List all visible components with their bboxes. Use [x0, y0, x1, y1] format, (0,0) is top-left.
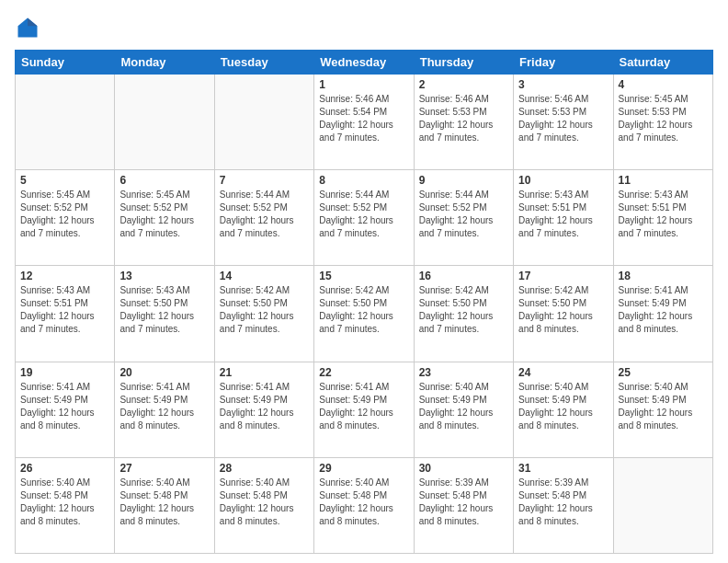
day-number: 26 [20, 462, 109, 475]
day-cell: 10Sunrise: 5:43 AMSunset: 5:51 PMDayligh… [514, 170, 613, 266]
day-info: Sunrise: 5:39 AMSunset: 5:48 PMDaylight:… [518, 477, 608, 528]
day-cell: 4Sunrise: 5:45 AMSunset: 5:53 PMDaylight… [613, 75, 712, 170]
week-row-3: 12Sunrise: 5:43 AMSunset: 5:51 PMDayligh… [16, 266, 713, 362]
day-info: Sunrise: 5:45 AMSunset: 5:52 PMDaylight:… [119, 189, 209, 240]
day-info: Sunrise: 5:42 AMSunset: 5:50 PMDaylight:… [518, 284, 608, 336]
day-cell: 3Sunrise: 5:46 AMSunset: 5:53 PMDaylight… [514, 75, 613, 170]
day-info: Sunrise: 5:41 AMSunset: 5:49 PMDaylight:… [319, 381, 408, 432]
day-info: Sunrise: 5:45 AMSunset: 5:52 PMDaylight:… [20, 189, 109, 240]
day-info: Sunrise: 5:46 AMSunset: 5:54 PMDaylight:… [319, 93, 408, 144]
day-number: 4 [619, 78, 708, 91]
day-number: 3 [518, 78, 608, 91]
day-number: 28 [220, 462, 309, 475]
day-number: 23 [419, 366, 508, 379]
week-row-5: 26Sunrise: 5:40 AMSunset: 5:48 PMDayligh… [16, 457, 713, 553]
day-cell: 17Sunrise: 5:42 AMSunset: 5:50 PMDayligh… [514, 266, 613, 362]
day-info: Sunrise: 5:42 AMSunset: 5:50 PMDaylight:… [419, 284, 508, 336]
day-info: Sunrise: 5:41 AMSunset: 5:49 PMDaylight:… [119, 381, 209, 432]
day-info: Sunrise: 5:40 AMSunset: 5:49 PMDaylight:… [518, 381, 608, 432]
day-info: Sunrise: 5:40 AMSunset: 5:48 PMDaylight:… [220, 477, 309, 528]
day-number: 19 [20, 366, 109, 379]
weekday-header-wednesday: Wednesday [314, 51, 414, 75]
day-cell: 25Sunrise: 5:40 AMSunset: 5:49 PMDayligh… [613, 362, 712, 457]
day-number: 14 [220, 270, 309, 282]
day-info: Sunrise: 5:40 AMSunset: 5:49 PMDaylight:… [619, 381, 708, 432]
week-row-4: 19Sunrise: 5:41 AMSunset: 5:49 PMDayligh… [16, 362, 713, 457]
week-row-1: 1Sunrise: 5:46 AMSunset: 5:54 PMDaylight… [16, 75, 713, 170]
day-number: 16 [419, 270, 508, 282]
day-cell: 12Sunrise: 5:43 AMSunset: 5:51 PMDayligh… [16, 266, 115, 362]
day-cell: 23Sunrise: 5:40 AMSunset: 5:49 PMDayligh… [414, 362, 513, 457]
day-cell: 7Sunrise: 5:44 AMSunset: 5:52 PMDaylight… [214, 170, 313, 266]
day-cell: 15Sunrise: 5:42 AMSunset: 5:50 PMDayligh… [314, 266, 414, 362]
day-info: Sunrise: 5:41 AMSunset: 5:49 PMDaylight:… [619, 284, 708, 336]
calendar-table: SundayMondayTuesdayWednesdayThursdayFrid… [15, 50, 713, 554]
weekday-header-thursday: Thursday [414, 51, 513, 75]
day-info: Sunrise: 5:43 AMSunset: 5:51 PMDaylight:… [20, 284, 109, 336]
week-row-2: 5Sunrise: 5:45 AMSunset: 5:52 PMDaylight… [16, 170, 713, 266]
header [15, 15, 713, 40]
day-cell [115, 75, 214, 170]
weekday-header-sunday: Sunday [16, 51, 115, 75]
day-cell: 27Sunrise: 5:40 AMSunset: 5:48 PMDayligh… [115, 457, 214, 553]
day-info: Sunrise: 5:43 AMSunset: 5:51 PMDaylight:… [518, 189, 608, 240]
day-number: 13 [119, 270, 209, 282]
day-info: Sunrise: 5:42 AMSunset: 5:50 PMDaylight:… [220, 284, 309, 336]
day-number: 6 [119, 174, 209, 187]
day-number: 9 [419, 174, 508, 187]
day-cell: 11Sunrise: 5:43 AMSunset: 5:51 PMDayligh… [613, 170, 712, 266]
weekday-header-monday: Monday [115, 51, 214, 75]
day-cell [16, 75, 115, 170]
day-info: Sunrise: 5:46 AMSunset: 5:53 PMDaylight:… [419, 93, 508, 144]
logo-icon [15, 15, 40, 40]
day-cell: 26Sunrise: 5:40 AMSunset: 5:48 PMDayligh… [16, 457, 115, 553]
day-cell: 20Sunrise: 5:41 AMSunset: 5:49 PMDayligh… [115, 362, 214, 457]
day-number: 10 [518, 174, 608, 187]
day-cell: 16Sunrise: 5:42 AMSunset: 5:50 PMDayligh… [414, 266, 513, 362]
day-number: 31 [518, 462, 608, 475]
page: SundayMondayTuesdayWednesdayThursdayFrid… [0, 0, 728, 563]
day-number: 29 [319, 462, 408, 475]
day-info: Sunrise: 5:40 AMSunset: 5:48 PMDaylight:… [119, 477, 209, 528]
day-info: Sunrise: 5:41 AMSunset: 5:49 PMDaylight:… [220, 381, 309, 432]
day-cell: 6Sunrise: 5:45 AMSunset: 5:52 PMDaylight… [115, 170, 214, 266]
weekday-header-saturday: Saturday [613, 51, 712, 75]
day-info: Sunrise: 5:45 AMSunset: 5:53 PMDaylight:… [619, 93, 708, 144]
day-cell: 13Sunrise: 5:43 AMSunset: 5:50 PMDayligh… [115, 266, 214, 362]
day-number: 12 [20, 270, 109, 282]
day-number: 25 [619, 366, 708, 379]
day-cell: 19Sunrise: 5:41 AMSunset: 5:49 PMDayligh… [16, 362, 115, 457]
day-info: Sunrise: 5:41 AMSunset: 5:49 PMDaylight:… [20, 381, 109, 432]
day-info: Sunrise: 5:43 AMSunset: 5:51 PMDaylight:… [619, 189, 708, 240]
day-info: Sunrise: 5:44 AMSunset: 5:52 PMDaylight:… [319, 189, 408, 240]
day-number: 24 [518, 366, 608, 379]
day-cell [613, 457, 712, 553]
day-cell: 21Sunrise: 5:41 AMSunset: 5:49 PMDayligh… [214, 362, 313, 457]
day-cell: 2Sunrise: 5:46 AMSunset: 5:53 PMDaylight… [414, 75, 513, 170]
day-cell: 9Sunrise: 5:44 AMSunset: 5:52 PMDaylight… [414, 170, 513, 266]
day-info: Sunrise: 5:40 AMSunset: 5:48 PMDaylight:… [20, 477, 109, 528]
day-cell: 8Sunrise: 5:44 AMSunset: 5:52 PMDaylight… [314, 170, 414, 266]
day-cell: 31Sunrise: 5:39 AMSunset: 5:48 PMDayligh… [514, 457, 613, 553]
day-number: 27 [119, 462, 209, 475]
day-number: 22 [319, 366, 408, 379]
day-number: 15 [319, 270, 408, 282]
weekday-header-tuesday: Tuesday [214, 51, 313, 75]
day-info: Sunrise: 5:46 AMSunset: 5:53 PMDaylight:… [518, 93, 608, 144]
weekday-header-friday: Friday [514, 51, 613, 75]
day-info: Sunrise: 5:43 AMSunset: 5:50 PMDaylight:… [119, 284, 209, 336]
day-number: 17 [518, 270, 608, 282]
day-number: 11 [619, 174, 708, 187]
day-number: 20 [119, 366, 209, 379]
day-cell: 1Sunrise: 5:46 AMSunset: 5:54 PMDaylight… [314, 75, 414, 170]
day-number: 7 [220, 174, 309, 187]
day-info: Sunrise: 5:40 AMSunset: 5:48 PMDaylight:… [319, 477, 408, 528]
day-cell: 28Sunrise: 5:40 AMSunset: 5:48 PMDayligh… [214, 457, 313, 553]
day-info: Sunrise: 5:44 AMSunset: 5:52 PMDaylight:… [419, 189, 508, 240]
day-number: 18 [619, 270, 708, 282]
day-number: 1 [319, 78, 408, 91]
day-info: Sunrise: 5:40 AMSunset: 5:49 PMDaylight:… [419, 381, 508, 432]
day-info: Sunrise: 5:44 AMSunset: 5:52 PMDaylight:… [220, 189, 309, 240]
day-cell: 30Sunrise: 5:39 AMSunset: 5:48 PMDayligh… [414, 457, 513, 553]
logo [15, 15, 44, 40]
